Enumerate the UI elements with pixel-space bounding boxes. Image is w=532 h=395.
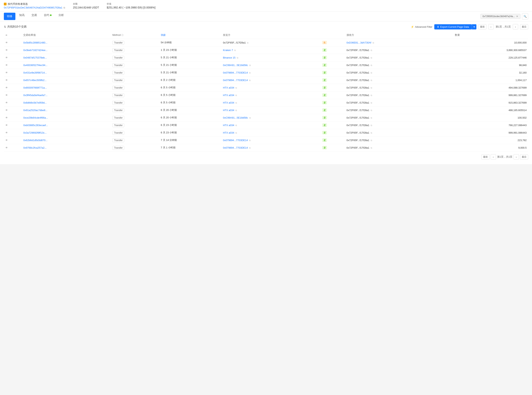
- row-eye-icon[interactable]: 👁: [5, 94, 8, 97]
- copy-sender-icon[interactable]: ⧉: [235, 102, 237, 104]
- row-eye-icon[interactable]: 👁: [5, 56, 8, 59]
- row-eye-icon[interactable]: 👁: [5, 101, 8, 104]
- row-eye-icon[interactable]: 👁: [5, 139, 8, 142]
- row-eye-icon[interactable]: 👁: [5, 146, 8, 149]
- tab-contract[interactable]: 合约: [41, 11, 55, 21]
- sender-link[interactable]: Binance 15: [223, 56, 235, 59]
- first-page-button[interactable]: 最前: [478, 24, 486, 29]
- copy-receiver-icon[interactable]: ⧉: [371, 124, 372, 126]
- row-eye-icon[interactable]: 👁: [5, 124, 8, 127]
- copy-sender-icon[interactable]: ⧉: [249, 71, 251, 74]
- copy-sender-icon[interactable]: ⧉: [235, 87, 237, 89]
- bottom-last-button[interactable]: 最后: [520, 154, 528, 159]
- copy-receiver-icon[interactable]: ⧉: [373, 42, 374, 44]
- tx-hash-link[interactable]: 0x893097668f771a...: [23, 86, 47, 89]
- close-tag-button[interactable]: ✕: [516, 15, 518, 18]
- sender-link[interactable]: HTX a034: [223, 101, 234, 104]
- copy-sender-icon[interactable]: ⧉: [235, 109, 237, 111]
- tab-transfer[interactable]: 转移: [4, 13, 15, 20]
- tx-hash-link[interactable]: 0x40036f327f4ec94...: [23, 64, 47, 67]
- copy-sender-icon[interactable]: ⧉: [249, 64, 251, 66]
- row-eye-icon[interactable]: 👁: [5, 131, 8, 134]
- bottom-prev-button[interactable]: ‹: [491, 154, 496, 159]
- copy-sender-icon[interactable]: ⧉: [235, 124, 237, 126]
- sender-link[interactable]: Kraken 7: [223, 49, 233, 52]
- tx-hash-link[interactable]: 0x3a729692f8ff13c...: [23, 131, 47, 134]
- tx-hash-link[interactable]: 0x657c48ec509fb2...: [23, 79, 47, 82]
- row-eye-icon[interactable]: 👁: [5, 86, 8, 89]
- row-eye-icon[interactable]: 👁: [5, 109, 8, 112]
- tx-hash-link[interactable]: 0x3ff45da5ef4aefa7...: [23, 94, 48, 97]
- copy-sender-icon[interactable]: ⧉: [235, 94, 237, 96]
- copy-receiver-icon[interactable]: ⧉: [371, 102, 372, 104]
- tx-hash-link[interactable]: 0xce29b64cde4f66a...: [23, 116, 48, 119]
- row-eye-icon[interactable]: 👁: [5, 41, 8, 44]
- sender-link[interactable]: HTX a034: [223, 94, 234, 97]
- tx-hash-link[interactable]: 0xb03885c283ecaef...: [23, 124, 48, 127]
- export-button[interactable]: ⬇ Export Current Page Data: [434, 24, 472, 29]
- tx-hash-link[interactable]: 0x431e9e26f98714...: [23, 71, 47, 74]
- copy-receiver-icon[interactable]: ⧉: [371, 147, 372, 149]
- table-row: 👁 0x5b85c289851480... Transfer 54 分钟前 0x…: [4, 39, 528, 46]
- row-eye-icon[interactable]: 👁: [5, 49, 8, 52]
- copy-receiver-icon[interactable]: ⧉: [371, 139, 372, 142]
- copy-address-icon[interactable]: ⧉: [64, 6, 65, 9]
- copy-sender-icon[interactable]: ⧉: [249, 117, 251, 119]
- copy-receiver-icon[interactable]: ⧉: [371, 64, 372, 66]
- address-link[interactable]: 0x72F65F01bcDeC3b5487A24aD23474908f17f28…: [4, 6, 62, 9]
- search-button[interactable]: 🔍: [522, 13, 528, 19]
- copy-receiver-icon[interactable]: ⧉: [371, 94, 372, 96]
- tx-hash-link[interactable]: 0x8dfd9c0b7e959d...: [23, 101, 47, 104]
- tab-analysis[interactable]: 分析: [55, 11, 67, 21]
- tx-hash-link[interactable]: 0x0487df175378eb...: [23, 56, 47, 59]
- copy-receiver-icon[interactable]: ⧉: [371, 49, 372, 51]
- tx-hash-link[interactable]: 0x62b6d1d5d3d870...: [23, 139, 48, 142]
- sender-link[interactable]: HTX a034: [223, 86, 234, 89]
- copy-sender-icon[interactable]: ⧉: [249, 139, 251, 142]
- sender-link[interactable]: HTX a034: [223, 109, 234, 112]
- last-page-button[interactable]: 最后: [520, 24, 528, 29]
- row-amount: 9,000.5: [453, 144, 528, 152]
- sender-link[interactable]: HTX a034: [223, 131, 234, 134]
- copy-receiver-icon[interactable]: ⧉: [371, 57, 372, 59]
- row-amount: 1,004,117: [453, 77, 528, 84]
- tab-trade[interactable]: 交易: [28, 11, 40, 21]
- tx-hash-link[interactable]: 0x91a2520ac7dbe8...: [23, 109, 47, 112]
- sender-link[interactable]: 0xC99A91...5E18d58c: [223, 64, 248, 67]
- copy-receiver-icon[interactable]: ⧉: [371, 79, 372, 82]
- receiver-link[interactable]: 0xD36E81...3dA730Af: [347, 41, 371, 44]
- tx-hash-link[interactable]: 0x5b85c289851480...: [23, 41, 47, 44]
- sender-link[interactable]: 0xC99A91...5E18d58c: [223, 116, 248, 119]
- copy-sender-icon[interactable]: ⧉: [234, 49, 236, 51]
- row-eye-icon[interactable]: 👁: [5, 71, 8, 74]
- sender-link[interactable]: HTX a034: [223, 124, 234, 127]
- copy-sender-icon[interactable]: ⧉: [249, 147, 251, 149]
- copy-receiver-icon[interactable]: ⧉: [371, 87, 372, 89]
- copy-receiver-icon[interactable]: ⧉: [371, 71, 372, 74]
- col-eye-header: 👁: [5, 34, 7, 36]
- bottom-next-button[interactable]: ›: [514, 154, 519, 159]
- prev-page-button[interactable]: ‹: [488, 24, 494, 29]
- copy-receiver-icon[interactable]: ⧉: [371, 132, 372, 134]
- sender-link[interactable]: 0x079894...7703DE14: [223, 139, 248, 142]
- copy-sender-icon[interactable]: ⧉: [247, 42, 248, 44]
- next-page-button[interactable]: ›: [513, 24, 518, 29]
- row-eye-icon[interactable]: 👁: [5, 116, 8, 119]
- row-eye-icon[interactable]: 👁: [5, 64, 8, 67]
- advanced-filter-button[interactable]: ⚡ Advanced Filter: [411, 25, 432, 28]
- copy-receiver-icon[interactable]: ⧉: [371, 109, 372, 111]
- export-dropdown-button[interactable]: ▾: [472, 24, 476, 29]
- copy-sender-icon[interactable]: ⧉: [237, 57, 238, 59]
- sender-link[interactable]: 0x079894...7703DE14: [223, 79, 248, 82]
- bottom-first-button[interactable]: 最前: [481, 154, 489, 159]
- row-eye-icon[interactable]: 👁: [5, 79, 8, 82]
- copy-receiver-icon[interactable]: ⧉: [371, 117, 372, 119]
- copy-sender-icon[interactable]: ⧉: [249, 79, 251, 82]
- row-age: 6 天 20 小时前: [159, 114, 221, 121]
- tab-news[interactable]: 知讯: [16, 11, 28, 21]
- sender-link[interactable]: 0x079894...7703DE14: [223, 146, 248, 149]
- tx-hash-link[interactable]: 0x3beb71827d24ee...: [23, 49, 48, 52]
- tx-hash-link[interactable]: 0x9768c2fca257a2...: [23, 146, 47, 149]
- sender-link[interactable]: 0x079894...7703DE14: [223, 71, 248, 74]
- copy-sender-icon[interactable]: ⧉: [235, 132, 237, 134]
